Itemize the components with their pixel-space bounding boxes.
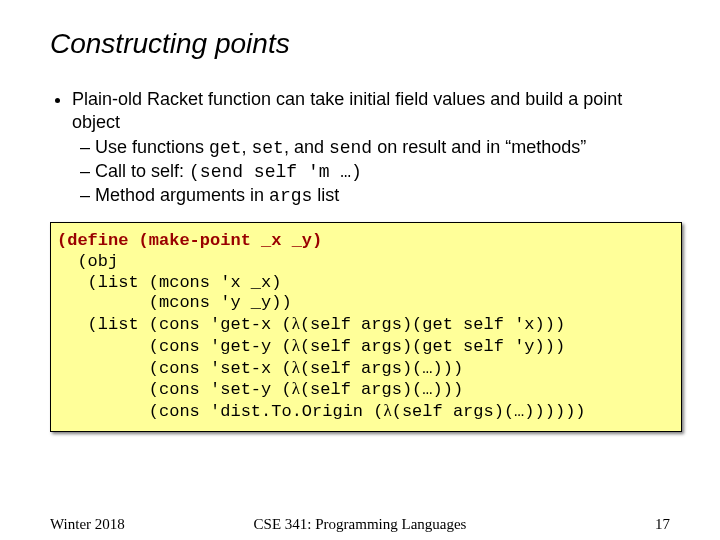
code-line-7a: (cons 'set-x ( — [57, 359, 292, 378]
sub-bullet-1: Use functions get, set, and send on resu… — [80, 136, 670, 160]
sub-bullet-list: Use functions get, set, and send on resu… — [72, 136, 670, 208]
code-line-6b: (self args)(get self 'y))) — [300, 337, 565, 356]
lambda-icon: λ — [292, 314, 300, 333]
footer-center: CSE 341: Programming Languages — [50, 516, 670, 533]
code-line-2: (obj — [57, 252, 118, 271]
code-line-9a: (cons 'dist.To.Origin ( — [57, 402, 383, 421]
bullet-list: Plain-old Racket function can take initi… — [50, 88, 670, 208]
slide: Constructing points Plain-old Racket fun… — [0, 0, 720, 540]
bullet-top: Plain-old Racket function can take initi… — [72, 88, 670, 208]
code-line-1: (define (make-point _x _y) — [57, 231, 322, 250]
lambda-icon: λ — [292, 358, 300, 377]
lambda-icon: λ — [292, 336, 300, 355]
code-line-8b: (self args)(…))) — [300, 380, 463, 399]
sub-bullet-3: Method arguments in args list — [80, 184, 670, 208]
code-line-3: (list (mcons 'x _x) — [57, 273, 281, 292]
lambda-icon: λ — [383, 401, 391, 420]
footer-page: 17 — [655, 516, 670, 533]
code-line-5b: (self args)(get self 'x))) — [300, 315, 565, 334]
bullet-top-text: Plain-old Racket function can take initi… — [72, 89, 622, 132]
sub-bullet-2: Call to self: (send self 'm …) — [80, 160, 670, 184]
code-block: (define (make-point _x _y) (obj (list (m… — [50, 222, 682, 432]
code-line-5a: (list (cons 'get-x ( — [57, 315, 292, 334]
code-line-4: (mcons 'y _y)) — [57, 293, 292, 312]
code-line-8a: (cons 'set-y ( — [57, 380, 292, 399]
lambda-icon: λ — [292, 379, 300, 398]
code-line-7b: (self args)(…))) — [300, 359, 463, 378]
slide-title: Constructing points — [50, 28, 670, 60]
code-line-9b: (self args)(…)))))) — [392, 402, 586, 421]
code-line-6a: (cons 'get-y ( — [57, 337, 292, 356]
